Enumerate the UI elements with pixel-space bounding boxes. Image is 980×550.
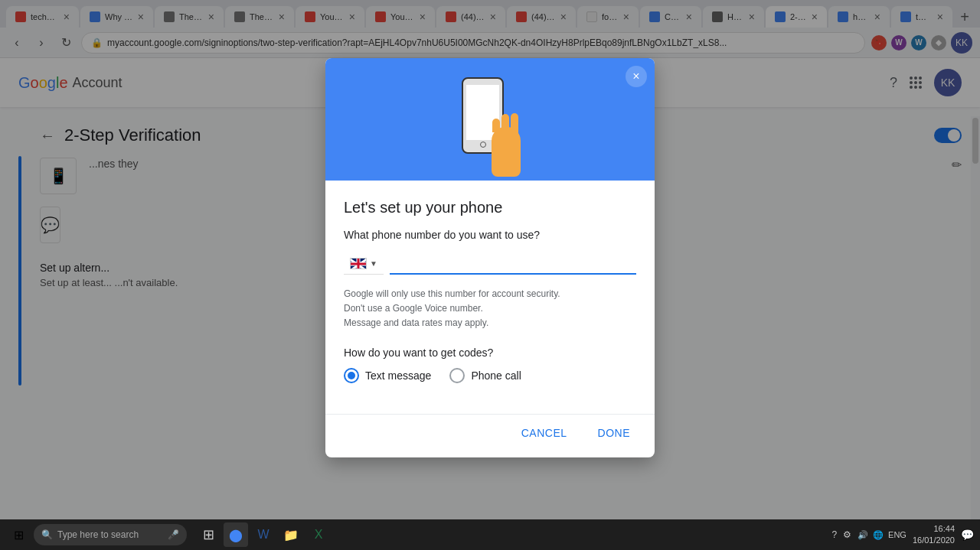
taskbar-search-placeholder: Type here to search — [57, 529, 139, 540]
taskbar-settings-icon[interactable]: ⚙ — [843, 529, 851, 540]
done-button[interactable]: DONE — [586, 421, 642, 445]
word-icon: W — [257, 528, 269, 542]
info-line-1: Google will only use this number for acc… — [344, 287, 636, 301]
dialog-footer: CANCEL DONE — [325, 414, 655, 457]
chrome-icon: ⬤ — [229, 528, 243, 542]
dialog-body: Let's set up your phone What phone numbe… — [325, 181, 655, 414]
delivery-method-options: Text message Phone call — [344, 368, 636, 383]
text-message-label: Text message — [365, 369, 431, 382]
taskbar-right-area: ? ⚙ 🔊 🌐 ENG 16:44 16/01/2020 💬 — [831, 523, 974, 547]
codes-question: How do you want to get codes? — [344, 347, 636, 359]
info-line-2: Don't use a Google Voice number. — [344, 301, 636, 316]
notifications-icon[interactable]: 💬 — [961, 529, 974, 541]
hand-shape — [482, 116, 524, 177]
microphone-icon: 🎤 — [168, 529, 179, 540]
sound-icon[interactable]: 🔊 — [858, 530, 868, 540]
text-message-option[interactable]: Text message — [344, 368, 431, 383]
phone-call-option[interactable]: Phone call — [449, 368, 521, 383]
phone-number-input[interactable] — [390, 253, 636, 275]
clock-time: 16:44 — [913, 523, 955, 535]
taskbar-app-icons: ⊞ ⬤ W 📁 X — [196, 522, 331, 547]
folder-icon: 📁 — [283, 528, 299, 542]
start-button[interactable]: ⊞ — [6, 522, 31, 547]
windows-taskbar: ⊞ 🔍 Type here to search 🎤 ⊞ ⬤ W 📁 X ? ⚙ … — [0, 519, 980, 550]
excel-icon: X — [315, 528, 323, 542]
cancel-button[interactable]: CANCEL — [509, 421, 580, 445]
dialog-title: Let's set up your phone — [344, 199, 636, 216]
system-clock[interactable]: 16:44 16/01/2020 — [913, 523, 955, 547]
taskbar-help-icon[interactable]: ? — [831, 529, 837, 540]
taskbar-chrome-icon[interactable]: ⬤ — [224, 522, 248, 547]
phone-hand-illustration — [456, 70, 524, 177]
country-selector[interactable]: ▼ — [344, 253, 384, 275]
finger-2 — [501, 114, 509, 131]
taskbar-search-box[interactable]: 🔍 Type here to search 🎤 — [34, 524, 187, 545]
search-icon: 🔍 — [41, 529, 53, 540]
phone-setup-dialog: × Let's set up your phone What phone num… — [325, 58, 655, 457]
phone-call-label: Phone call — [471, 369, 521, 382]
finger-1 — [511, 113, 518, 135]
clock-date: 16/01/2020 — [913, 535, 955, 546]
country-chevron-icon: ▼ — [370, 259, 377, 268]
finger-3 — [492, 119, 500, 132]
dialog-close-button[interactable]: × — [626, 66, 647, 87]
taskbar-apps-button[interactable]: ⊞ — [196, 522, 220, 547]
network-icon[interactable]: 🌐 — [873, 530, 884, 540]
phone-call-radio — [449, 368, 465, 383]
info-line-3: Message and data rates may apply. — [344, 316, 636, 330]
language-label: ENG — [888, 530, 906, 539]
text-message-radio-inner — [348, 372, 355, 379]
dialog-subtitle: What phone number do you want to use? — [344, 229, 636, 241]
taskbar-word-icon[interactable]: W — [251, 522, 276, 547]
dialog-hero-image: × — [325, 58, 655, 181]
windows-logo-icon: ⊞ — [14, 528, 24, 542]
info-text-block: Google will only use this number for acc… — [344, 287, 636, 331]
text-message-radio-outer — [344, 368, 359, 383]
taskbar-files-icon[interactable]: 📁 — [279, 522, 303, 547]
uk-flag — [350, 258, 367, 269]
phone-input-row: ▼ — [344, 253, 636, 275]
taskbar-excel-icon[interactable]: X — [306, 522, 331, 547]
system-tray: 🔊 🌐 ENG — [858, 530, 906, 540]
